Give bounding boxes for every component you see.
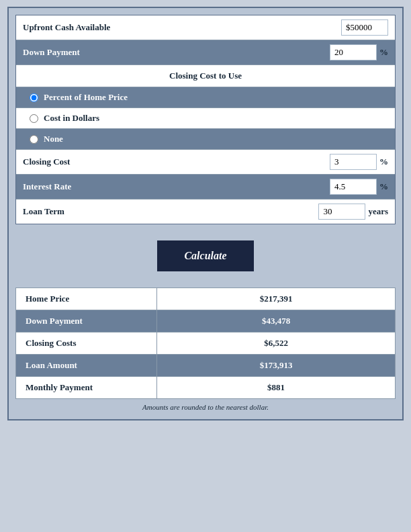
closing-cost-label: Closing Cost: [23, 157, 330, 167]
results-table: Home Price$217,391Down Payment$43,478Clo…: [15, 287, 396, 399]
closing-cost-input-group: %: [330, 154, 388, 170]
radio-none[interactable]: [30, 135, 38, 144]
interest-rate-input[interactable]: [330, 179, 377, 195]
result-label: Down Payment: [16, 310, 157, 332]
radio-none-row: None: [16, 129, 395, 150]
result-row: Loan Amount$173,913: [16, 355, 396, 377]
result-value: $6,522: [157, 332, 396, 355]
radio-none-label[interactable]: None: [44, 134, 63, 144]
interest-rate-label: Interest Rate: [23, 181, 330, 192]
results-note: Amounts are rounded to the nearest dolla…: [15, 399, 396, 412]
interest-rate-suffix: %: [379, 181, 388, 192]
main-container: Upfront Cash Available Down Payment % Cl…: [7, 7, 404, 420]
radio-dollars[interactable]: [30, 114, 38, 123]
radio-percent-label[interactable]: Percent of Home Price: [44, 92, 128, 103]
result-label: Loan Amount: [16, 355, 157, 377]
interest-rate-row: Interest Rate %: [16, 175, 395, 200]
loan-term-row: Loan Term years: [16, 200, 395, 224]
down-payment-suffix: %: [379, 47, 388, 58]
calculate-section: Calculate: [15, 227, 396, 285]
result-value: $881: [157, 377, 396, 399]
down-payment-input-group: %: [330, 44, 388, 60]
result-row: Home Price$217,391: [16, 288, 396, 310]
result-row: Monthly Payment$881: [16, 377, 396, 399]
closing-cost-suffix: %: [379, 157, 388, 167]
down-payment-label: Down Payment: [23, 47, 330, 58]
down-payment-input[interactable]: [330, 44, 377, 60]
upfront-cash-label: Upfront Cash Available: [23, 22, 341, 33]
upfront-cash-input[interactable]: [341, 19, 388, 36]
loan-term-suffix: years: [368, 206, 388, 217]
radio-dollars-label[interactable]: Cost in Dollars: [44, 113, 99, 124]
radio-percent[interactable]: [30, 93, 38, 102]
loan-term-input[interactable]: [318, 204, 365, 220]
loan-term-input-group: years: [318, 204, 388, 220]
closing-cost-row: Closing Cost %: [16, 150, 395, 175]
result-value: $173,913: [157, 355, 396, 377]
down-payment-row: Down Payment %: [16, 40, 395, 65]
upfront-cash-input-group: [341, 19, 388, 36]
result-value: $43,478: [157, 310, 396, 332]
result-value: $217,391: [157, 288, 396, 310]
interest-rate-input-group: %: [330, 179, 388, 195]
closing-cost-input[interactable]: [330, 154, 377, 170]
calculate-button[interactable]: Calculate: [157, 240, 253, 271]
form-section: Upfront Cash Available Down Payment % Cl…: [15, 15, 396, 224]
result-row: Down Payment$43,478: [16, 310, 396, 332]
result-label: Closing Costs: [16, 332, 157, 355]
loan-term-label: Loan Term: [23, 206, 318, 217]
result-label: Home Price: [16, 288, 157, 310]
radio-percent-row: Percent of Home Price: [16, 87, 395, 108]
upfront-cash-row: Upfront Cash Available: [16, 15, 395, 40]
result-row: Closing Costs$6,522: [16, 332, 396, 355]
result-label: Monthly Payment: [16, 377, 157, 399]
radio-dollars-row: Cost in Dollars: [16, 108, 395, 129]
closing-cost-header: Closing Cost to Use: [16, 65, 395, 87]
